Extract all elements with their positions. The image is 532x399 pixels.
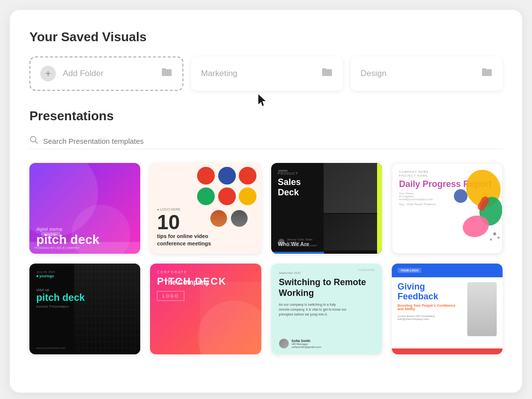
search-input[interactable] (43, 137, 503, 145)
search-bar (29, 135, 503, 149)
sales-title: Sales Deck (278, 177, 322, 198)
remote-description: As our company is switching to a fully r… (279, 302, 348, 317)
tips-subtitle: tips for online video conference meeting… (157, 233, 216, 247)
remote-author-name: Sofia Smith (292, 339, 321, 343)
sales-left-panel: PRODUCT Sales Deck Jeremy Gold, Sales Ex… (271, 163, 329, 254)
pitch-startup-label: digital startup (36, 227, 133, 232)
marketing-folder-label: Marketing (201, 69, 238, 79)
startup-title2: pitch deck (36, 292, 133, 303)
remote-author-info: Sofia Smith HR Manager sofiasmith@gmail.… (292, 339, 321, 348)
feedback-right-panel (467, 282, 497, 336)
corporate-label: CORPORATE (157, 270, 254, 274)
folders-row: + Add Folder Marketing (29, 56, 503, 91)
office-image-bottom (324, 214, 377, 250)
startup-label2: start up (36, 288, 133, 292)
folder-icon-marketing (321, 67, 333, 80)
design-folder-left: Design (360, 69, 386, 79)
feedback-consultant-label: Lorem Ipsum HR Consultant info@yourcompa… (398, 315, 462, 320)
remote-title: Switching to Remote Working (279, 277, 374, 298)
design-folder-label: Design (360, 69, 386, 79)
tips-content: ● LOGO HERE 10 tips for online video con… (157, 208, 216, 247)
marketing-folder-left: Marketing (201, 69, 238, 79)
office-image-top (324, 163, 377, 213)
search-icon (29, 135, 38, 147)
circle-green (197, 187, 215, 205)
startup-investor-label: Investor Presentation (36, 305, 133, 308)
saved-visuals-title: Your Saved Visuals (29, 29, 503, 45)
add-icon: + (40, 66, 56, 81)
remote-date: September 2020 (279, 271, 374, 274)
remote-author-avatar (279, 339, 289, 348)
tips-number: 10 (157, 212, 216, 233)
card-giving-feedback[interactable]: YOUR LOGO Giving Feedback Boosting Your … (392, 264, 503, 354)
presentations-section: Presentations ●yourlogo digital startup … (29, 108, 503, 354)
sales-right-panel (324, 163, 377, 254)
add-folder-left: + Add Folder (40, 66, 103, 81)
feedback-person-image (467, 282, 497, 336)
circle-red2 (239, 167, 256, 185)
add-folder-button[interactable]: + Add Folder (29, 56, 183, 91)
remote-author-email: sofiasmith@gmail.com (292, 346, 321, 348)
startup-date: June 06, 2020 (36, 270, 133, 273)
main-container: Your Saved Visuals + Add Folder Marketin… (10, 10, 522, 393)
circle-blue (218, 167, 236, 185)
startup-content: June 06, 2020 ■ yourlogo start up pitch … (36, 270, 133, 308)
svg-point-8 (493, 232, 496, 235)
svg-point-6 (454, 189, 467, 203)
feedback-red-bar (392, 348, 503, 354)
circle-red (197, 167, 215, 185)
design-folder[interactable]: Design (351, 56, 503, 91)
circle-red3 (218, 187, 236, 205)
remote-author-row: Sofia Smith HR Manager sofiasmith@gmail.… (279, 339, 321, 348)
startup-yourlogo: ■ yourlogo (36, 274, 133, 278)
feedback-subtitle: Boosting Your People's Confidence and Ab… (398, 304, 462, 311)
card-remote-working[interactable]: September 2020 YOURLOGO Switching to Rem… (271, 264, 382, 354)
cursor-pointer-icon (258, 94, 270, 108)
sales-neon-accent (377, 163, 382, 254)
card-sales-deck[interactable]: PRODUCT Sales Deck Jeremy Gold, Sales Ex… (271, 163, 382, 254)
feedback-blue-header: YOUR LOGO (392, 264, 503, 277)
corporate-company-name: The Company (164, 278, 209, 286)
person-avatar-2 (231, 210, 248, 227)
presentations-title: Presentations (29, 108, 503, 124)
feedback-content-area: Giving Feedback Boosting Your People's C… (392, 277, 503, 341)
svg-point-9 (497, 237, 500, 239)
card-pitch-deck[interactable]: ●yourlogo digital startup pitch deck POW… (29, 163, 140, 254)
pitch-logo-tag: ●yourlogo (41, 232, 60, 237)
who-we-are-label: Who We Are (278, 241, 309, 247)
feedback-title: Giving Feedback (398, 282, 462, 302)
progress-shapes (442, 163, 502, 253)
card-tips-video[interactable]: ● LOGO HERE 10 tips for online video con… (150, 163, 261, 254)
circle-yellow (239, 187, 256, 205)
startup-website: www.yourwebsite.com (36, 346, 65, 349)
card-startup-pitch[interactable]: June 06, 2020 ■ yourlogo start up pitch … (29, 264, 140, 354)
add-folder-label: Add Folder (63, 69, 103, 79)
feedback-logo-badge: YOUR LOGO (398, 268, 422, 273)
svg-point-10 (490, 239, 492, 241)
folder-icon-add (161, 67, 173, 80)
pitch-text: ●yourlogo digital startup pitch deck (36, 227, 133, 247)
sales-blue-bar (271, 252, 325, 254)
folder-icon-design (481, 67, 493, 80)
card-daily-progress[interactable]: COMPANY NAME PROJECT NAME Daily Progress… (392, 163, 503, 254)
svg-line-2 (35, 141, 38, 144)
corporate-logo-box: LOGO (157, 291, 184, 301)
product-label: PRODUCT (278, 172, 322, 175)
svg-marker-0 (258, 94, 266, 106)
feedback-left-panel: Giving Feedback Boosting Your People's C… (398, 282, 462, 336)
presentations-grid: ●yourlogo digital startup pitch deck POW… (29, 163, 503, 354)
card-corporate-pitch[interactable]: CORPORATE PITCH DECK LOGO The Company (150, 264, 261, 354)
remote-logo-right: YOURLOGO (358, 268, 375, 271)
corporate-content: CORPORATE PITCH DECK LOGO The Company (157, 270, 254, 301)
marketing-folder[interactable]: Marketing (191, 56, 343, 91)
